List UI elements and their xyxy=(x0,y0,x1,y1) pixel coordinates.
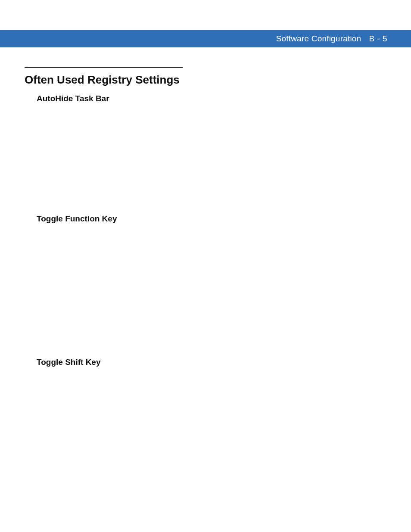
subsection-heading-toggle-function: Toggle Function Key xyxy=(37,214,117,224)
subsection-heading-toggle-shift: Toggle Shift Key xyxy=(37,358,100,367)
page-header-bar: Software Configuration B - 5 xyxy=(0,30,411,47)
subsection-heading-autohide: AutoHide Task Bar xyxy=(37,94,109,103)
horizontal-rule xyxy=(25,67,183,68)
header-page-number: B - 5 xyxy=(369,34,387,44)
section-title: Often Used Registry Settings xyxy=(25,73,180,87)
header-title: Software Configuration xyxy=(276,34,361,44)
